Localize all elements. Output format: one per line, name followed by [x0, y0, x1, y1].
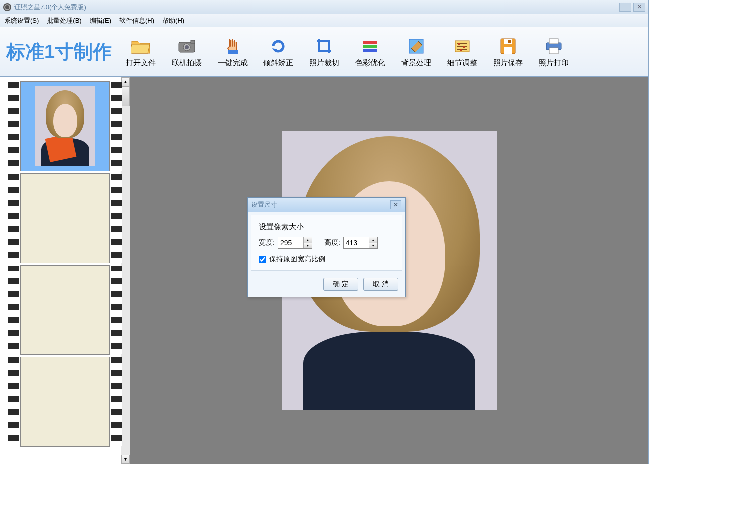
svg-rect-4 — [228, 50, 238, 54]
printer-icon — [544, 36, 564, 56]
dialog-section-label: 设置像素大小 — [259, 222, 394, 232]
scroll-up-button[interactable]: ▲ — [121, 77, 130, 86]
dialog-titlebar: 设置尺寸 ✕ — [248, 198, 405, 212]
menu-info[interactable]: 软件信息(H) — [119, 16, 154, 25]
dialog-title: 设置尺寸 — [252, 200, 277, 209]
open-file-button[interactable]: 打开文件 — [118, 32, 164, 72]
svg-rect-15 — [504, 47, 512, 54]
app-icon — [3, 3, 11, 11]
mode-label: 标准1寸制作 — [0, 39, 118, 65]
size-dialog: 设置尺寸 ✕ 设置像素大小 宽度: ▲ ▼ 高度: ▲ ▼ — [247, 197, 406, 297]
camera-icon — [177, 36, 197, 56]
close-button[interactable]: ✕ — [633, 3, 645, 12]
height-input[interactable]: ▲ ▼ — [343, 237, 378, 249]
height-label: 高度: — [324, 238, 340, 247]
menubar: 系统设置(S) 批量处理(B) 编辑(E) 软件信息(H) 帮助(H) — [0, 14, 648, 27]
menu-batch[interactable]: 批量处理(B) — [47, 16, 81, 25]
width-down-button[interactable]: ▼ — [304, 243, 312, 248]
width-field[interactable] — [278, 239, 303, 247]
tilt-button[interactable]: 倾斜矫正 — [255, 32, 301, 72]
titlebar: 证照之星7.0(个人免费版) — ✕ — [0, 0, 648, 14]
thumbnail-3[interactable] — [20, 265, 110, 355]
watermark: 系统之家 XITONGZHIJIA.NET — [677, 508, 752, 529]
svg-point-2 — [185, 45, 189, 49]
sliders-icon — [452, 36, 472, 56]
folder-icon — [131, 36, 151, 56]
svg-rect-11 — [463, 46, 465, 48]
svg-rect-6 — [363, 45, 377, 48]
watermark-sub: XITONGZHIJIA.NET — [702, 522, 752, 528]
crop-icon — [314, 36, 334, 56]
keep-ratio-checkbox[interactable] — [259, 256, 266, 263]
dialog-close-button[interactable]: ✕ — [390, 200, 401, 209]
camera-button[interactable]: 联机拍摄 — [164, 32, 210, 72]
detail-button[interactable]: 细节调整 — [439, 32, 485, 72]
window-title: 证照之星7.0(个人免费版) — [14, 3, 619, 12]
palette-icon — [360, 36, 380, 56]
svg-rect-16 — [508, 40, 511, 43]
thumbnail-image — [35, 86, 95, 166]
thumbnail-4[interactable] — [20, 357, 110, 447]
svg-rect-12 — [460, 49, 462, 51]
height-field[interactable] — [344, 239, 369, 247]
svg-rect-19 — [549, 48, 558, 54]
scroll-down-button[interactable]: ▼ — [121, 455, 130, 464]
width-label: 宽度: — [259, 238, 275, 247]
brush-icon — [406, 36, 426, 56]
thumbnail-2[interactable] — [20, 173, 110, 263]
height-up-button[interactable]: ▲ — [369, 237, 377, 243]
svg-rect-10 — [458, 43, 460, 45]
print-button[interactable]: 照片打印 — [531, 32, 577, 72]
svg-rect-3 — [191, 40, 195, 43]
save-icon — [498, 36, 518, 56]
cancel-button[interactable]: 取 消 — [363, 278, 398, 291]
svg-rect-18 — [549, 39, 558, 44]
toolbar: 标准1寸制作 打开文件 联机拍摄 一键完成 倾斜矫正 照片裁切 色彩优化 背景处… — [0, 27, 648, 77]
menu-help[interactable]: 帮助(H) — [162, 16, 184, 25]
rotate-icon — [268, 36, 288, 56]
minimize-button[interactable]: — — [619, 3, 631, 12]
background-button[interactable]: 背景处理 — [393, 32, 439, 72]
width-input[interactable]: ▲ ▼ — [278, 237, 312, 249]
width-up-button[interactable]: ▲ — [304, 237, 312, 243]
scroll-thumb[interactable] — [121, 86, 130, 106]
house-icon — [677, 508, 698, 529]
ok-button[interactable]: 确 定 — [323, 278, 358, 291]
save-button[interactable]: 照片保存 — [485, 32, 531, 72]
svg-rect-5 — [363, 41, 377, 44]
menu-edit[interactable]: 编辑(E) — [90, 16, 111, 25]
color-button[interactable]: 色彩优化 — [347, 32, 393, 72]
svg-rect-7 — [363, 49, 377, 52]
thumbnail-1[interactable] — [20, 81, 110, 171]
svg-rect-14 — [504, 39, 512, 44]
hand-icon — [223, 36, 243, 56]
watermark-main: 系统之家 — [702, 510, 752, 522]
crop-button[interactable]: 照片裁切 — [301, 32, 347, 72]
height-down-button[interactable]: ▼ — [369, 243, 377, 248]
oneclick-button[interactable]: 一键完成 — [210, 32, 255, 72]
keep-ratio-label: 保持原图宽高比例 — [269, 255, 325, 264]
thumbnail-panel: ▲ ▼ — [0, 77, 130, 464]
menu-system[interactable]: 系统设置(S) — [4, 16, 39, 25]
